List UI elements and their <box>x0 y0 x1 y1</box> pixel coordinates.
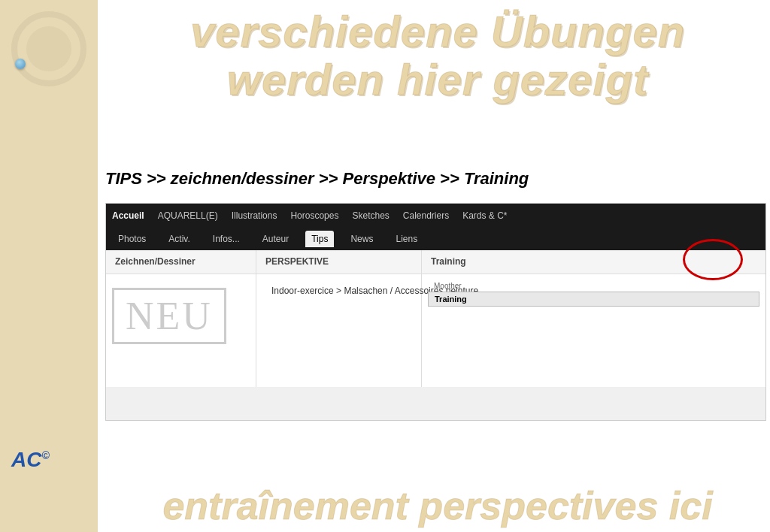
nav-tips[interactable]: Tips <box>305 231 334 247</box>
nav-sketches[interactable]: Sketches <box>352 210 389 221</box>
browser-area: Accueil AQUARELL(E) Illustrations Horosc… <box>105 203 766 421</box>
nav-photos[interactable]: Photos <box>112 231 152 247</box>
nav-infos[interactable]: Infos... <box>207 231 246 247</box>
dropdown-col3: Training <box>422 250 765 274</box>
col1-header: Zeichnen/Dessiner <box>106 250 256 274</box>
nav-accueil[interactable]: Accueil <box>112 210 144 221</box>
training-active-item[interactable]: Training <box>428 292 759 307</box>
dropdown-col1: Zeichnen/Dessiner <box>106 250 256 274</box>
nav-calendriers[interactable]: Calendriers <box>403 210 449 221</box>
content-left: NEU <box>106 274 256 387</box>
content-right: Moother Training <box>422 274 765 387</box>
moother-item[interactable]: Moother <box>428 280 759 292</box>
nav-horoscopes[interactable]: Horoscopes <box>290 210 338 221</box>
left-panel: AC© <box>0 0 98 532</box>
circle-inner <box>26 26 71 71</box>
title-line2: werden hier gezeigt <box>113 56 762 104</box>
neu-label: NEU <box>112 288 226 344</box>
indoor-item[interactable]: Indoor-exercice > Malsachen / Accessoire… <box>262 280 415 302</box>
nav-liens[interactable]: Liens <box>390 231 423 247</box>
col3-header: Training <box>422 250 765 274</box>
nav-bottom-bar: Photos Activ. Infos... Auteur Tips News … <box>106 228 765 250</box>
ac-logo: AC© <box>11 448 50 472</box>
title-bottom: entraînement perspectives ici <box>113 483 762 528</box>
content-area: NEU Indoor-exercice > Malsachen / Access… <box>106 274 765 387</box>
nav-activ[interactable]: Activ. <box>162 231 196 247</box>
nav-illustrations[interactable]: Illustrations <box>232 210 277 221</box>
nav-kards[interactable]: Kards & C* <box>462 210 507 221</box>
nav-aquarell[interactable]: AQUARELL(E) <box>158 210 218 221</box>
blue-dot <box>15 59 26 69</box>
decorative-circles <box>8 8 90 90</box>
main-content: verschiedene Übungen werden hier gezeigt… <box>98 0 770 532</box>
content-middle: Indoor-exercice > Malsachen / Accessoire… <box>256 274 422 387</box>
nav-top-bar: Accueil AQUARELL(E) Illustrations Horosc… <box>106 204 765 228</box>
title-top: verschiedene Übungen werden hier gezeigt <box>113 8 762 104</box>
dropdown-col2: PERSPEKTIVE <box>256 250 422 274</box>
nav-news[interactable]: News <box>344 231 379 247</box>
dropdown-area: Zeichnen/Dessiner PERSPEKTIVE Training <box>106 250 765 274</box>
title-line1: verschiedene Übungen <box>113 8 762 56</box>
breadcrumb: TIPS >> zeichnen/dessiner >> Perspektive… <box>105 169 762 189</box>
col2-header: PERSPEKTIVE <box>256 250 421 274</box>
nav-auteur[interactable]: Auteur <box>256 231 295 247</box>
